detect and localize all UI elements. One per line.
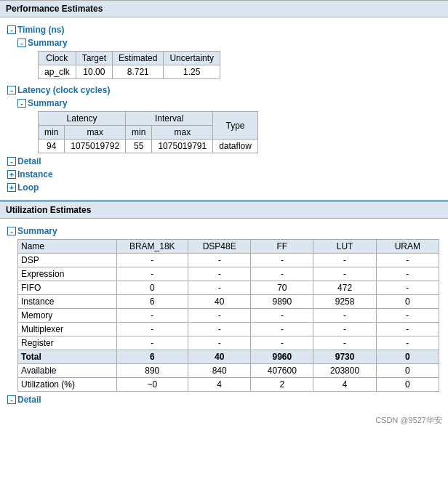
timing-summary-label[interactable]: Summary [28,38,68,48]
util-footer-row: Utilization (%)~04240 [18,378,439,392]
instance-row[interactable]: + Instance [7,169,441,180]
util-data-row: DSP----- [18,254,439,267]
util-summary-collapse-icon[interactable]: - [7,227,16,235]
latency-detail-row[interactable]: - Detail [7,156,441,166]
loop-expand-icon[interactable]: + [7,183,16,192]
timing-col-target: Target [76,52,112,65]
util-data-row: Instance640989092580 [18,295,439,309]
timing-table: Clock Target Estimated Uncertainty ap_cl… [38,51,220,79]
util-data-row: FIFO0-70472- [18,281,439,295]
latency-detail-label[interactable]: Detail [17,156,41,166]
util-table-container: Name BRAM_18K DSP48E FF LUT URAM DSP----… [17,239,441,392]
util-col-uram: URAM [376,240,439,254]
latency-summary-collapse-icon[interactable]: - [17,99,26,108]
util-col-bram: BRAM_18K [116,240,188,254]
latency-data-row: 941075019792551075019791dataflow [39,140,258,153]
latency-label[interactable]: Latency (clock cycles) [17,85,110,95]
timing-label[interactable]: Timing (ns) [17,25,64,35]
util-col-name: Name [18,240,117,254]
utilization-table: Name BRAM_18K DSP48E FF LUT URAM DSP----… [17,239,439,392]
utilization-section: Utilization Estimates - Summary Name BRA… [0,200,448,412]
latency-col-interval: Interval [126,112,213,126]
timing-collapse-icon[interactable]: - [7,25,16,34]
util-col-dsp: DSP48E [188,240,251,254]
latency-table: Latency Interval Type min max min max 94… [38,111,258,153]
latency-row[interactable]: - Latency (clock cycles) [7,85,441,95]
util-data-row: Multiplexer----- [18,323,439,336]
latency-collapse-icon[interactable]: - [7,86,16,94]
loop-label[interactable]: Loop [17,182,39,193]
util-col-lut: LUT [313,240,376,254]
timing-col-estimated: Estimated [113,52,164,65]
performance-content: - Timing (ns) - Summary Clock Target Est… [0,17,448,200]
latency-col-latency: Latency [39,112,126,126]
latency-col-max: max [65,126,126,140]
utilization-content: - Summary Name BRAM_18K DSP48E FF LUT UR… [0,219,448,412]
util-header-row: Name BRAM_18K DSP48E FF LUT URAM [18,240,439,254]
util-detail-label[interactable]: Detail [17,395,41,405]
latency-col-imin: min [126,126,152,140]
latency-detail-collapse-icon[interactable]: - [7,157,16,166]
util-summary-label[interactable]: Summary [17,226,57,236]
latency-summary-section: - Summary Latency Interval Type min max [17,98,441,153]
timing-summary-collapse-icon[interactable]: - [17,39,26,47]
util-summary-row[interactable]: - Summary [7,226,441,236]
utilization-header: Utilization Estimates [0,201,448,219]
util-detail-row[interactable]: - Detail [7,395,441,405]
timing-summary-row[interactable]: - Summary [17,38,441,48]
util-data-row: Register----- [18,336,439,350]
util-footer-row: Total640996097300 [18,350,439,364]
instance-expand-icon[interactable]: + [7,170,16,179]
util-data-row: Expression----- [18,267,439,281]
latency-col-min: min [39,126,65,140]
timing-col-uncertainty: Uncertainty [164,52,220,65]
latency-table-container: Latency Interval Type min max min max 94… [38,111,441,153]
performance-section: Performance Estimates - Timing (ns) - Su… [0,0,448,200]
timing-summary-section: - Summary Clock Target Estimated Uncerta… [17,38,441,79]
instance-label[interactable]: Instance [17,169,53,180]
performance-header: Performance Estimates [0,0,448,17]
latency-col-type: Type [213,112,258,140]
util-data-row: Memory----- [18,309,439,323]
watermark: CSDN @9527华安 [0,412,448,429]
latency-summary-row[interactable]: - Summary [17,98,441,108]
util-footer-row: Available8908404076002038000 [18,364,439,378]
latency-summary-label[interactable]: Summary [28,98,68,108]
util-detail-collapse-icon[interactable]: - [7,395,16,404]
timing-data-row: ap_clk10.008.7211.25 [39,65,220,79]
util-col-ff: FF [251,240,313,254]
latency-col-imax: max [152,126,213,140]
timing-col-clock: Clock [39,52,76,65]
loop-row[interactable]: + Loop [7,182,441,193]
timing-row[interactable]: - Timing (ns) [7,25,441,35]
timing-table-container: Clock Target Estimated Uncertainty ap_cl… [38,51,441,79]
timing-table-header-row: Clock Target Estimated Uncertainty [39,52,220,65]
latency-header-row1: Latency Interval Type [39,112,258,126]
